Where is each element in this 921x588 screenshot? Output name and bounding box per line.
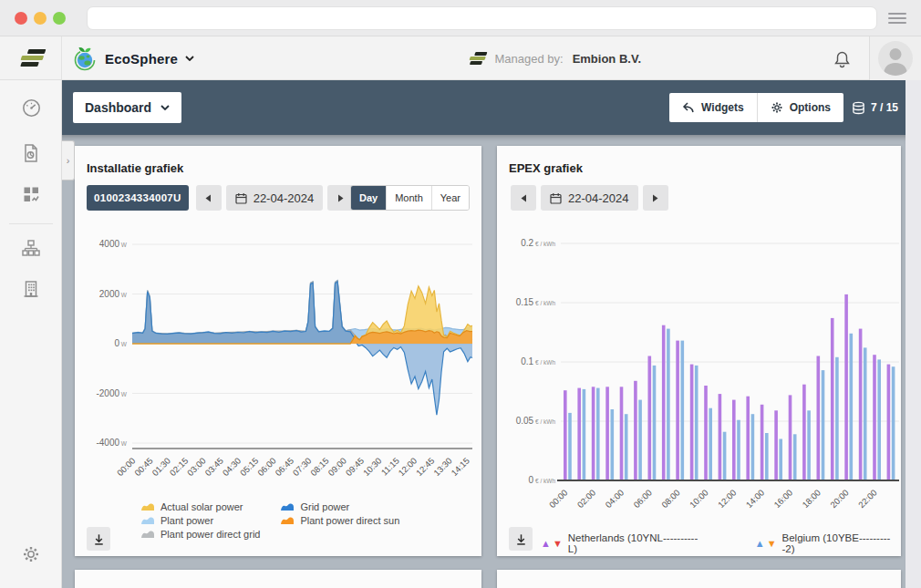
date-picker-button[interactable]: 22-04-2024 <box>541 185 638 211</box>
svg-text:06:00: 06:00 <box>255 456 278 479</box>
embion-mini-logo-icon <box>467 52 488 66</box>
widgets-button-label: Widgets <box>701 101 744 114</box>
avatar <box>878 41 913 76</box>
tab-month[interactable]: Month <box>386 186 431 210</box>
managed-by-label: Managed by: <box>494 52 563 66</box>
svg-text:0.15 € / kWh: 0.15 € / kWh <box>516 297 556 307</box>
sidebar-item-widgets[interactable] <box>0 176 62 212</box>
svg-text:08:15: 08:15 <box>308 456 331 479</box>
browser-menu-icon[interactable] <box>888 13 906 24</box>
legend-column: Actual solar powerPlant powerPlant power… <box>140 501 260 540</box>
date-value: 22-04-2024 <box>254 191 315 205</box>
widget-counter: 7 / 15 <box>852 93 898 122</box>
svg-text:14:15: 14:15 <box>449 456 471 479</box>
download-button[interactable] <box>509 527 533 551</box>
svg-text:18:00: 18:00 <box>800 488 823 511</box>
sitemap-icon <box>21 238 41 258</box>
gear-icon <box>21 544 41 564</box>
area-marker-icon <box>140 502 155 511</box>
legend-item[interactable]: ▲▼Netherlands (10YNL----------L) <box>541 532 705 554</box>
dashboard-select[interactable]: Dashboard <box>73 92 181 123</box>
area-marker-icon <box>140 516 155 525</box>
svg-text:04:00: 04:00 <box>603 488 626 511</box>
area-marker-icon <box>280 516 295 525</box>
traffic-light-close[interactable] <box>15 12 27 25</box>
sidebar-item-sitemap[interactable] <box>0 230 62 266</box>
widget-counter-value: 7 / 15 <box>871 101 898 114</box>
next-date-button[interactable] <box>327 185 353 211</box>
date-picker-button[interactable]: 22-04-2024 <box>226 185 324 211</box>
svg-text:02:15: 02:15 <box>168 456 191 479</box>
app-window: EcoSphere Managed by: Embion B.V. <box>0 36 921 588</box>
managed-by-company: Embion B.V. <box>573 52 641 66</box>
next-date-button[interactable] <box>643 185 668 211</box>
tab-day[interactable]: Day <box>351 186 386 210</box>
prev-date-button[interactable] <box>196 185 222 211</box>
svg-text:09:45: 09:45 <box>344 456 367 479</box>
svg-text:01:30: 01:30 <box>150 456 172 479</box>
user-menu[interactable] <box>869 36 921 80</box>
tab-year[interactable]: Year <box>431 186 469 210</box>
traffic-light-minimize[interactable] <box>34 12 47 25</box>
legend-item[interactable]: Plant power direct sun <box>280 515 399 526</box>
widget-card-partial <box>75 570 481 588</box>
serial-select-button[interactable]: 0100234334007U <box>87 185 189 211</box>
url-bar[interactable] <box>87 6 877 30</box>
legend-item[interactable]: Grid power <box>280 501 399 512</box>
arrow-right-icon <box>652 194 658 202</box>
sidebar-item-reports[interactable] <box>0 135 62 171</box>
chevron-down-icon <box>185 56 194 61</box>
traffic-light-zoom[interactable] <box>53 12 66 25</box>
sidebar <box>0 80 62 588</box>
scrollbar-gutter[interactable] <box>905 80 921 588</box>
legend-item[interactable]: Plant power direct grid <box>140 529 260 540</box>
widgets-button[interactable]: Widgets <box>669 93 757 122</box>
legend-item[interactable]: ▲▼Belgium (10YBE----------2) <box>755 532 901 554</box>
svg-text:08:00: 08:00 <box>659 488 682 511</box>
triangle-up-icon: ▲ <box>541 539 551 549</box>
main-content: Dashboard Widgets <box>62 80 905 588</box>
notifications-button[interactable] <box>831 48 853 70</box>
area-marker-icon <box>280 502 295 511</box>
svg-text:12:00: 12:00 <box>716 488 739 511</box>
sidebar-expand-handle[interactable]: › <box>62 140 75 181</box>
legend-item[interactable]: Actual solar power <box>140 501 260 512</box>
organisation-menu[interactable]: EcoSphere <box>72 36 194 80</box>
arrow-left-icon <box>205 194 212 202</box>
epex-chart: 0 € / kWh0.05 € / kWh0.1 € / kWh0.15 € /… <box>497 228 901 515</box>
svg-text:06:45: 06:45 <box>273 456 295 479</box>
app-name: EcoSphere <box>105 51 178 67</box>
arrow-left-icon <box>521 194 527 202</box>
svg-text:00:00: 00:00 <box>547 488 570 511</box>
svg-text:0.05 € / kWh: 0.05 € / kWh <box>516 416 556 426</box>
installatie-chart: 4000 W2000 W0 W-2000 W-4000 W00:0000:450… <box>75 228 481 501</box>
download-icon <box>514 532 528 546</box>
svg-text:12:45: 12:45 <box>414 456 437 479</box>
svg-text:05:15: 05:15 <box>238 456 261 479</box>
triangle-up-icon: ▲ <box>755 539 765 549</box>
svg-text:06:00: 06:00 <box>631 488 654 511</box>
sidebar-item-buildings[interactable] <box>0 271 62 307</box>
svg-text:14:00: 14:00 <box>744 488 767 511</box>
legend-item[interactable]: Plant power <box>140 515 260 526</box>
widget-title: Installatie grafiek <box>87 161 183 175</box>
installatie-legend: Actual solar powerPlant powerPlant power… <box>140 501 399 540</box>
svg-text:0 W: 0 W <box>114 338 127 348</box>
download-button[interactable] <box>87 527 110 551</box>
svg-text:00:00: 00:00 <box>115 456 138 479</box>
calendar-icon <box>550 192 562 204</box>
layers-stack-icon <box>852 101 865 115</box>
area-marker-icon <box>140 530 155 539</box>
widget-canvas: Installatie grafiek 0100234334007U 22 <box>62 135 905 588</box>
sidebar-item-dashboard[interactable] <box>0 89 62 126</box>
sidebar-item-settings[interactable] <box>0 534 62 574</box>
embion-logo[interactable] <box>0 36 62 80</box>
widgets-grid-icon <box>21 184 41 204</box>
svg-text:-4000 W: -4000 W <box>96 438 127 448</box>
dashboard-toolbar: Dashboard Widgets <box>62 80 905 135</box>
prev-date-button[interactable] <box>511 185 536 211</box>
options-button[interactable]: Options <box>757 93 843 122</box>
managed-by: Managed by: Embion B.V. <box>469 36 641 80</box>
date-value: 22-04-2024 <box>568 191 629 205</box>
triangle-down-icon: ▼ <box>767 539 777 549</box>
